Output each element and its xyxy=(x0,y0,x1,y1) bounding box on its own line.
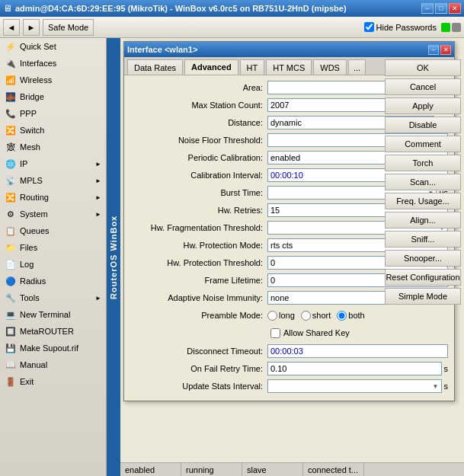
on-fail-retry-input[interactable] xyxy=(267,362,442,375)
minimize-button[interactable]: − xyxy=(421,3,434,14)
on-fail-retry-row: On Fail Retry Time: s xyxy=(130,361,448,376)
comment-button[interactable]: Comment xyxy=(385,136,461,152)
allow-shared-key-label: Allow Shared Key xyxy=(283,328,350,337)
sidebar-label-log: Log xyxy=(20,260,101,269)
tab-advanced[interactable]: Advanced xyxy=(184,59,238,75)
snooper-button[interactable]: Snooper... xyxy=(385,250,461,267)
tab-ht[interactable]: HT xyxy=(240,59,265,75)
sidebar-label-manual: Manual xyxy=(20,360,101,369)
main-layout: ⚡ Quick Set 🔌 Interfaces 📶 Wireless 🌉 Br… xyxy=(0,38,464,476)
metarouter-icon: 🔲 xyxy=(5,325,17,337)
disconnect-timeout-input[interactable] xyxy=(267,344,448,358)
sidebar-label-ip: IP xyxy=(20,159,92,168)
safe-mode-button[interactable]: Safe Mode xyxy=(43,19,94,36)
tab-data-rates[interactable]: Data Rates xyxy=(127,59,183,75)
preamble-long-radio[interactable] xyxy=(267,311,277,321)
cancel-button[interactable]: Cancel xyxy=(385,78,461,95)
dialog-title: Interface <wlan1> xyxy=(127,45,197,54)
tab-ht-mcs[interactable]: HT MCS xyxy=(266,59,312,75)
apply-button[interactable]: Apply xyxy=(385,97,461,114)
cal-interval-label: Calibration Interval: xyxy=(130,171,267,180)
system-icon: ⚙ xyxy=(5,208,17,220)
sidebar-item-radius[interactable]: 🔵 Radius xyxy=(0,273,106,289)
sidebar-item-mesh[interactable]: 🕸 Mesh xyxy=(0,139,106,155)
sidebar-item-routing[interactable]: 🔀 Routing ► xyxy=(0,189,106,206)
preamble-both-radio[interactable] xyxy=(337,311,347,321)
sidebar-item-new-terminal[interactable]: 💻 New Terminal xyxy=(0,306,106,323)
sidebar-item-bridge[interactable]: 🌉 Bridge xyxy=(0,88,106,105)
disable-button[interactable]: Disable xyxy=(385,117,461,133)
sidebar-label-mesh: Mesh xyxy=(20,142,101,152)
reset-config-button[interactable]: Reset Configuration xyxy=(385,269,461,286)
freq-usage-button[interactable]: Freq. Usage... xyxy=(385,193,461,209)
tools-icon: 🔧 xyxy=(5,292,17,304)
sidebar-label-queues: Queues xyxy=(20,226,101,235)
sidebar-item-metarouter[interactable]: 🔲 MetaROUTER xyxy=(0,323,106,340)
sidebar-item-wireless[interactable]: 📶 Wireless xyxy=(0,72,106,88)
tab-more[interactable]: ... xyxy=(348,59,366,75)
system-arrow: ► xyxy=(95,211,101,218)
allow-shared-key-checkbox[interactable] xyxy=(270,328,280,338)
sidebar-label-routing: Routing xyxy=(20,193,92,202)
status-enabled: enabled xyxy=(120,463,181,476)
sidebar-label-make-supout: Make Supout.rif xyxy=(20,343,101,353)
sidebar-item-switch[interactable]: 🔀 Switch xyxy=(0,122,106,139)
status-running: running xyxy=(181,463,242,476)
scan-button[interactable]: Scan... xyxy=(385,174,461,190)
radius-icon: 🔵 xyxy=(5,275,17,287)
sidebar-item-mpls[interactable]: 📡 MPLS ► xyxy=(0,172,106,189)
preamble-short-label: short xyxy=(312,311,331,320)
sidebar-label-wireless: Wireless xyxy=(20,75,101,85)
sidebar-item-manual[interactable]: 📖 Manual xyxy=(0,356,106,373)
hw-protect-thresh-label: Hw. Protection Threshold: xyxy=(130,258,267,267)
manual-icon: 📖 xyxy=(5,359,17,371)
torch-button[interactable]: Torch xyxy=(385,155,461,171)
dialog-close-button[interactable]: ✕ xyxy=(440,45,451,55)
sidebar-label-new-terminal: New Terminal xyxy=(20,310,101,319)
mesh-icon: 🕸 xyxy=(5,141,17,153)
preamble-both-label: both xyxy=(348,311,364,320)
sidebar-item-system[interactable]: ⚙ System ► xyxy=(0,206,106,222)
sidebar-item-tools[interactable]: 🔧 Tools ► xyxy=(0,289,106,306)
preamble-short-radio[interactable] xyxy=(301,311,311,321)
sidebar-label-switch: Switch xyxy=(20,126,101,135)
update-stats-unit: s xyxy=(444,382,449,391)
update-stats-field: ▼ s xyxy=(267,379,448,393)
frame-lifetime-label: Frame Lifetime: xyxy=(130,276,267,285)
sidebar-item-queues[interactable]: 📋 Queues xyxy=(0,222,106,239)
periodic-cal-value: enabled xyxy=(270,153,300,162)
dialog-minimize-button[interactable]: − xyxy=(428,45,439,55)
sidebar-item-ip[interactable]: 🌐 IP ► xyxy=(0,155,106,172)
dialog-controls: − ✕ xyxy=(428,45,451,55)
preamble-radio-group: long short both xyxy=(267,311,448,321)
update-stats-dropdown[interactable]: ▼ xyxy=(267,379,442,393)
sidebar-item-interfaces[interactable]: 🔌 Interfaces xyxy=(0,55,106,72)
winbox-logo: RouterOS WinBox xyxy=(107,38,120,476)
on-fail-retry-field: s xyxy=(267,362,448,375)
status-dot-gray xyxy=(452,23,461,32)
hw-retries-label: Hw. Retries: xyxy=(130,206,267,215)
forward-button[interactable]: ► xyxy=(23,19,40,36)
sidebar-item-ppp[interactable]: 📞 PPP xyxy=(0,105,106,122)
simple-mode-button[interactable]: Simple Mode xyxy=(385,288,461,305)
tab-wds[interactable]: WDS xyxy=(313,59,347,75)
hide-passwords-checkbox[interactable] xyxy=(364,22,374,32)
sniff-button[interactable]: Sniff... xyxy=(385,231,461,248)
sidebar-item-files[interactable]: 📁 Files xyxy=(0,239,106,256)
back-button[interactable]: ◄ xyxy=(3,19,20,36)
preamble-both-item: both xyxy=(337,311,364,321)
update-stats-arrow: ▼ xyxy=(433,383,439,390)
maximize-button[interactable]: □ xyxy=(435,3,447,14)
files-icon: 📁 xyxy=(5,241,17,254)
ok-button[interactable]: OK xyxy=(385,59,461,76)
close-button[interactable]: ✕ xyxy=(449,3,461,14)
sidebar-item-make-supout[interactable]: 💾 Make Supout.rif xyxy=(0,340,106,356)
noise-floor-label: Noise Floor Threshold: xyxy=(130,136,267,145)
sidebar-item-log[interactable]: 📄 Log xyxy=(0,256,106,273)
sidebar-item-quick-set[interactable]: ⚡ Quick Set xyxy=(0,38,106,55)
align-button[interactable]: Align... xyxy=(385,212,461,228)
max-station-label: Max Station Count: xyxy=(130,101,267,110)
preamble-long-label: long xyxy=(279,311,295,320)
disconnect-timeout-field xyxy=(267,344,448,358)
sidebar-item-exit[interactable]: 🚪 Exit xyxy=(0,373,106,390)
